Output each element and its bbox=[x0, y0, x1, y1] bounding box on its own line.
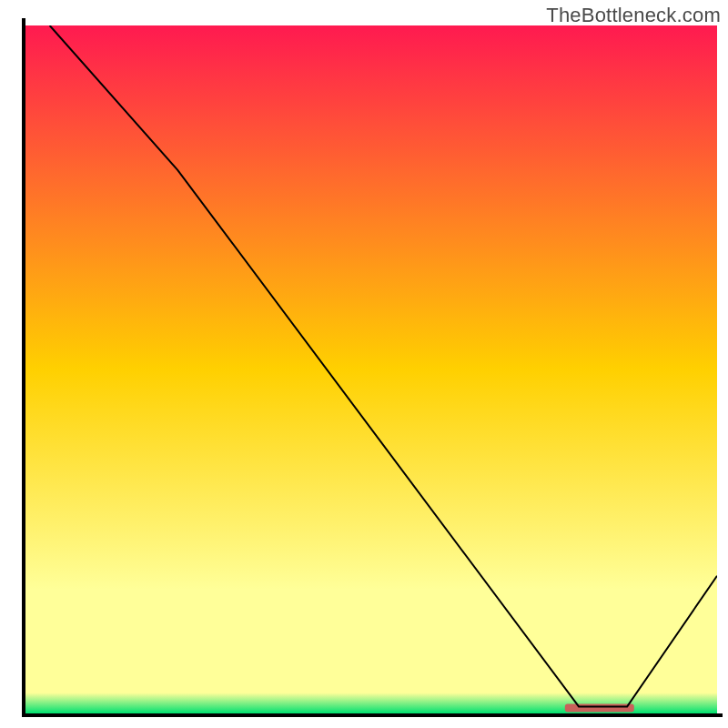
chart-canvas: TheBottleneck.com bbox=[0, 0, 728, 728]
plot-gradient-background bbox=[25, 25, 717, 713]
chart-svg bbox=[0, 0, 728, 728]
optimal-region-marker bbox=[565, 703, 634, 712]
